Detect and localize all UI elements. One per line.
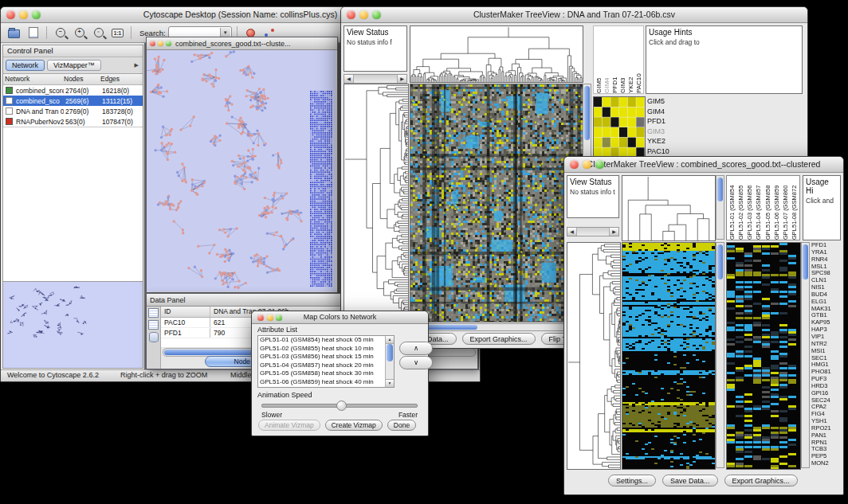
tab-network[interactable]: Network xyxy=(6,60,45,71)
gene-label[interactable]: SEC24 xyxy=(811,397,842,404)
attribute-list[interactable]: GPL51-01 (GSM854) heat shock 05 minGPL51… xyxy=(257,335,395,388)
matrix-row-label[interactable]: YKE2 xyxy=(647,136,695,147)
slider-thumb[interactable] xyxy=(336,400,347,411)
matrix-row-label[interactable]: GIM5 xyxy=(647,96,695,107)
network-canvas[interactable] xyxy=(147,50,336,291)
scroll-left-icon[interactable]: ◀ xyxy=(344,75,354,83)
scrollbar-thumb[interactable] xyxy=(584,86,590,140)
gene-label[interactable]: MON2 xyxy=(811,460,842,467)
network-row[interactable]: combined_sco2569(6)13112(15) xyxy=(3,96,143,106)
matrix-row-label[interactable]: GIM4 xyxy=(647,107,695,117)
label-scrollbar[interactable] xyxy=(716,175,724,240)
gene-label[interactable]: GPI16 xyxy=(811,390,842,397)
gene-label[interactable]: PFD1 xyxy=(811,242,842,249)
gene-label[interactable]: BUD4 xyxy=(811,291,842,299)
attribute-list-item[interactable]: GPL51-01 (GSM854) heat shock 05 min xyxy=(258,336,385,345)
attribute-list-item[interactable]: GPL51-04 (GSM857) heat shock 20 min xyxy=(258,361,385,370)
maximize-icon[interactable] xyxy=(32,10,41,19)
close-icon[interactable] xyxy=(257,315,264,321)
close-icon[interactable] xyxy=(150,41,155,46)
gene-label[interactable]: PAN1 xyxy=(811,432,842,440)
tab-overflow-arrow[interactable]: ▶ xyxy=(135,62,140,68)
gene-label[interactable]: NIS1 xyxy=(811,284,842,291)
attribute-list-item[interactable]: GPL51-05 (GSM858) heat shock 30 min xyxy=(258,369,385,378)
open-network-icon[interactable] xyxy=(6,25,22,41)
close-icon[interactable] xyxy=(347,10,355,19)
attribute-function-icon[interactable] xyxy=(149,332,159,342)
move-down-button[interactable]: ∨ xyxy=(399,356,433,369)
gene-label[interactable]: MSL1 xyxy=(811,264,842,271)
column-dendrogram[interactable] xyxy=(410,25,583,83)
maximize-icon[interactable] xyxy=(166,41,171,46)
close-icon[interactable] xyxy=(570,160,579,169)
gene-label[interactable]: SEC1 xyxy=(811,355,842,362)
zoom-fit-icon[interactable]: ▫ xyxy=(90,25,107,41)
gene-label[interactable]: HAP3 xyxy=(811,326,842,334)
minimize-icon[interactable] xyxy=(583,160,591,169)
gene-label[interactable]: CLN1 xyxy=(811,277,842,284)
treeview-dna-title-bar[interactable]: ClusterMaker TreeView : DNA and Tran 07-… xyxy=(341,7,807,23)
gene-label[interactable]: CPA2 xyxy=(811,404,842,411)
correlation-matrix[interactable] xyxy=(593,96,646,158)
gene-label[interactable]: GTB1 xyxy=(811,312,842,319)
maximize-icon[interactable] xyxy=(372,10,381,19)
minimize-icon[interactable] xyxy=(267,315,273,321)
create-attribute-icon[interactable] xyxy=(148,320,159,330)
import-icon[interactable] xyxy=(25,25,41,41)
matrix-row-label[interactable]: PAC10 xyxy=(647,147,695,157)
network-view-title-bar[interactable]: combined_scores_good.txt--cluste... xyxy=(147,37,337,50)
treeview-button[interactable]: Settings... xyxy=(608,475,656,486)
network-row[interactable]: combined_scores2764(0)16218(0) xyxy=(3,85,143,96)
gene-label[interactable]: MSI1 xyxy=(811,348,842,355)
scrollbar-thumb[interactable] xyxy=(803,244,808,279)
column-dendrogram[interactable] xyxy=(622,175,716,241)
scroll-down-icon[interactable]: ▼ xyxy=(386,379,394,387)
matrix-row-label[interactable]: PFD1 xyxy=(647,116,695,127)
scrollbar-thumb[interactable] xyxy=(717,178,723,201)
minimize-icon[interactable] xyxy=(158,41,163,46)
gene-label[interactable]: YRA1 xyxy=(811,249,842,256)
gene-label[interactable]: RNR4 xyxy=(811,256,842,264)
attribute-list-item[interactable]: GPL51-02 (GSM855) heat shock 10 min xyxy=(258,345,385,354)
matrix-row-label[interactable]: GIM3 xyxy=(647,127,695,137)
gene-label[interactable]: KAP95 xyxy=(811,319,842,326)
expression-heatmap[interactable] xyxy=(622,242,716,470)
scrollbar-thumb[interactable] xyxy=(387,344,393,361)
gene-label[interactable]: ELG1 xyxy=(811,299,842,306)
row-dendrogram[interactable] xyxy=(567,242,621,470)
dendrogram-scrollbar[interactable]: ◀▶ xyxy=(344,74,407,84)
attribute-list-item[interactable]: GPL51-06 (GSM859) heat shock 40 min xyxy=(258,378,385,387)
heatmap-horizontal-scrollbar[interactable] xyxy=(410,323,583,331)
close-icon[interactable] xyxy=(6,10,15,19)
gene-label[interactable]: RPO21 xyxy=(811,425,842,432)
gene-label[interactable]: PHO81 xyxy=(811,369,842,376)
scrollbar-thumb[interactable] xyxy=(717,244,723,279)
network-tree-area[interactable] xyxy=(3,127,143,281)
dialog-button[interactable]: Create Vizmap xyxy=(325,420,383,431)
scroll-left-icon[interactable]: ◀ xyxy=(567,228,577,236)
attribute-list-item[interactable]: GPL51-03 (GSM856) heat shock 15 min xyxy=(258,353,385,361)
scroll-up-icon[interactable]: ▲ xyxy=(386,336,394,344)
minimize-icon[interactable] xyxy=(19,10,28,19)
zoom-in-icon[interactable]: + xyxy=(71,25,88,41)
animation-speed-slider[interactable] xyxy=(261,400,418,409)
row-dendrogram[interactable] xyxy=(344,84,409,322)
treeview-button[interactable]: Export Graphics... xyxy=(462,333,536,345)
scroll-right-icon[interactable]: ▶ xyxy=(397,75,406,83)
heatmap-vertical-scrollbar[interactable] xyxy=(716,242,724,468)
gene-label[interactable]: NTR2 xyxy=(811,341,842,348)
gene-label[interactable]: PUF3 xyxy=(811,376,842,383)
maximize-icon[interactable] xyxy=(595,160,604,169)
treeview-button[interactable]: Export Graphics... xyxy=(724,475,798,486)
network-row[interactable]: RNAPuberNov2563(0)107847(0) xyxy=(3,116,143,127)
gene-label[interactable]: SPC98 xyxy=(811,270,842,277)
gene-label[interactable]: YSH1 xyxy=(811,418,842,425)
network-row[interactable]: DNA and Tran 072769(0)183728(0) xyxy=(3,106,143,116)
gene-label[interactable]: MAK31 xyxy=(811,306,842,313)
zoom-out-icon[interactable]: − xyxy=(52,25,69,41)
scroll-track[interactable] xyxy=(354,75,397,83)
gene-label[interactable]: VIP1 xyxy=(811,334,842,341)
network-overview-thumbnail[interactable] xyxy=(3,281,143,368)
gene-label[interactable]: TCB3 xyxy=(811,446,842,453)
tab-vizmapper[interactable]: VizMapper™ xyxy=(47,60,101,71)
